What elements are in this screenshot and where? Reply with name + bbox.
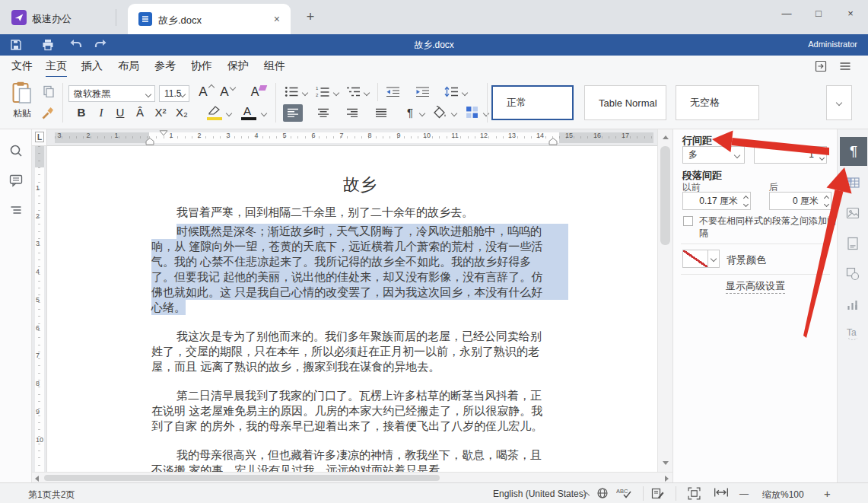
spacing-after-stepper[interactable]: 0 厘米 — [769, 192, 831, 210]
document-tab[interactable]: 故乡.docx × — [128, 4, 291, 34]
document-page[interactable]: 故乡我冒着严寒，回到相隔二千余里，别了二十余年的故乡去。时候既然是深冬；渐近故乡… — [47, 146, 657, 472]
accent-char-button[interactable]: Â — [132, 104, 148, 121]
show-marks-button[interactable]: ¶ — [402, 104, 418, 121]
underline-button[interactable]: U — [112, 104, 129, 121]
paragraph-pane-button[interactable]: ¶ — [840, 137, 867, 166]
menu-item-protect[interactable]: 保护 — [227, 59, 249, 76]
styles-more-button[interactable] — [826, 85, 852, 120]
numbered-list-icon[interactable]: 12 — [316, 86, 330, 100]
maximize-button[interactable]: □ — [812, 8, 825, 19]
scroll-down-icon[interactable] — [663, 461, 669, 465]
zoom-in-button[interactable]: + — [824, 487, 831, 500]
right-indent-marker[interactable] — [548, 138, 558, 145]
advanced-settings-link[interactable]: 显示高级设置 — [673, 279, 838, 293]
bullet-list-icon[interactable] — [285, 86, 299, 100]
zoom-level[interactable]: 缩放%100 — [762, 489, 804, 501]
outline-icon[interactable] — [8, 202, 24, 218]
spellcheck-icon[interactable]: ABC — [616, 487, 634, 500]
document-text-line[interactable]: 到了自家 的房外，我的母亲早已迎着出来了，接着便飞出了八岁的侄儿宏儿。 — [151, 419, 542, 434]
menu-item-home[interactable]: 主页 — [46, 59, 67, 78]
document-text-line[interactable]: 心绪。 — [151, 300, 186, 315]
chevron-down-icon[interactable] — [451, 110, 457, 116]
text-art-pane-icon[interactable]: Ta — [845, 326, 860, 341]
scroll-up-icon[interactable] — [663, 135, 669, 139]
document-text-line[interactable]: 不谈搬 家的事。宏儿没有见过我，远远的对面站着只是看。 — [151, 463, 451, 472]
search-icon[interactable] — [8, 143, 24, 158]
image-pane-icon[interactable] — [845, 205, 860, 221]
same-style-spacing-checkbox[interactable] — [683, 216, 693, 226]
horizontal-scrollbar[interactable] — [32, 472, 672, 482]
shading-bucket-icon[interactable] — [432, 106, 447, 121]
style-normal[interactable]: 正常 — [491, 85, 574, 120]
app-logo-icon[interactable] — [11, 10, 27, 25]
font-color-button[interactable]: A — [243, 104, 251, 117]
tab-close-icon[interactable]: × — [274, 13, 280, 25]
chevron-down-icon[interactable] — [483, 110, 489, 116]
document-text-line[interactable]: 姓了，交屋的期限，只在本年，所以必须赶在正月初一以前，永别了熟识的老 — [151, 344, 539, 359]
italic-button[interactable]: I — [93, 104, 110, 121]
format-painter-icon[interactable] — [41, 107, 55, 123]
globe-icon[interactable] — [596, 487, 609, 500]
chevron-down-icon[interactable] — [226, 110, 232, 116]
hamburger-menu-icon[interactable] — [838, 59, 852, 73]
subscript-button[interactable]: X₂ — [173, 104, 190, 121]
clear-format-button[interactable]: A — [246, 84, 263, 100]
document-text-line[interactable]: 故乡 — [151, 174, 568, 196]
line-spacing-mode-select[interactable]: 多 — [682, 146, 745, 164]
menu-item-collaborate[interactable]: 协作 — [191, 59, 212, 76]
font-name-select[interactable]: 微软雅黑 — [68, 85, 155, 102]
shapes-pane-icon[interactable] — [845, 266, 860, 282]
document-text-line[interactable]: 屋，而且 远离了熟识的故乡，搬家到我在谋食的异地去。 — [151, 359, 440, 374]
page-pane-icon[interactable] — [845, 236, 860, 251]
menu-item-references[interactable]: 参考 — [154, 59, 176, 76]
menu-item-layout[interactable]: 布局 — [118, 59, 139, 76]
chart-pane-icon[interactable] — [845, 297, 860, 312]
line-spacing-icon[interactable] — [444, 86, 459, 100]
document-text-line[interactable]: 响，从 篷隙向外一望，苍黄的天底下，远近横着几个萧索的荒村，没有一些活 — [151, 239, 568, 254]
chevron-down-icon[interactable] — [333, 90, 339, 96]
multilevel-list-icon[interactable] — [346, 86, 361, 100]
align-center-button[interactable] — [313, 104, 333, 122]
spacing-before-stepper[interactable]: 0.17 厘米 — [682, 192, 751, 210]
menu-item-file[interactable]: 文件 — [11, 59, 33, 76]
background-color-dropdown[interactable] — [708, 250, 720, 268]
grow-font-button[interactable]: A — [195, 84, 211, 100]
document-text-line[interactable]: 佛也就如此。这 只是我自己心情的改变罢了，因为我这次回乡，本没有什么好 — [151, 285, 568, 300]
align-justify-button[interactable] — [371, 104, 391, 122]
close-button[interactable]: × — [844, 8, 857, 19]
font-size-select[interactable]: 11.5 — [159, 85, 189, 102]
chevron-down-icon[interactable] — [302, 90, 308, 96]
fit-width-icon[interactable] — [714, 487, 729, 500]
document-text-line[interactable]: 时候既然是深冬；渐近故乡时，天气又阴晦了，冷风吹进船舱中，呜呜的 — [151, 224, 568, 239]
menu-item-insert[interactable]: 插入 — [81, 59, 103, 76]
edit-mode-icon[interactable] — [651, 487, 664, 500]
document-text-line[interactable]: 了。但要我记 起他的美丽，说出他的佳处来，却又没有影像，没有言辞了。仿 — [151, 269, 568, 285]
first-line-indent-marker[interactable] — [159, 130, 168, 136]
hanging-indent-marker[interactable] — [145, 138, 154, 145]
language-selector[interactable]: English (United States) — [493, 489, 587, 499]
vertical-scroll-thumb[interactable] — [660, 146, 670, 245]
minimize-button[interactable]: — — [780, 8, 793, 19]
spinner-arrows-icon[interactable] — [825, 196, 828, 206]
align-right-button[interactable] — [342, 104, 362, 122]
copy-icon[interactable] — [43, 85, 55, 100]
paste-button[interactable]: 粘贴 — [6, 81, 38, 126]
chevron-down-icon[interactable] — [364, 90, 370, 96]
superscript-button[interactable]: X² — [152, 104, 169, 121]
zoom-out-button[interactable]: — — [739, 489, 749, 499]
horizontal-ruler[interactable]: 3211234567891011121314151617 — [47, 129, 657, 146]
document-text-line[interactable]: 我的母亲很高兴，但也藏着许多凄凉的神情，教我坐下，歇息，喝茶，且 — [151, 447, 542, 463]
highlight-pen-icon[interactable] — [207, 105, 222, 117]
new-tab-button[interactable]: + — [302, 8, 319, 25]
fit-page-icon[interactable] — [688, 487, 701, 500]
align-left-button[interactable] — [283, 104, 303, 122]
line-spacing-value-stepper[interactable]: 1 — [754, 146, 827, 164]
vertical-ruler[interactable]: 12345678910 — [32, 146, 47, 472]
background-color-swatch[interactable] — [682, 250, 708, 268]
vertical-scrollbar[interactable] — [657, 129, 672, 472]
chevron-down-icon[interactable] — [462, 90, 468, 96]
document-text-line[interactable]: 气。我的 心禁不住悲凉起来了。我所记得的故乡全不如此。我的故乡好得多 — [151, 254, 568, 269]
shrink-font-button[interactable]: A — [216, 84, 233, 100]
menu-item-components[interactable]: 组件 — [264, 59, 285, 76]
horizontal-scroll-thumb[interactable] — [44, 475, 440, 481]
